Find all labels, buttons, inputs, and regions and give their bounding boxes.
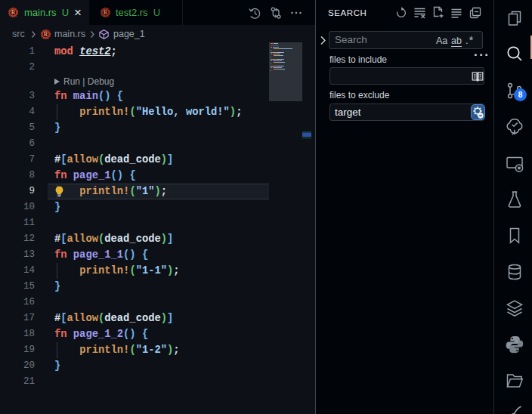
svg-text:R: R [44, 31, 48, 38]
svg-text:R: R [104, 9, 108, 16]
svg-text:R: R [11, 9, 16, 16]
